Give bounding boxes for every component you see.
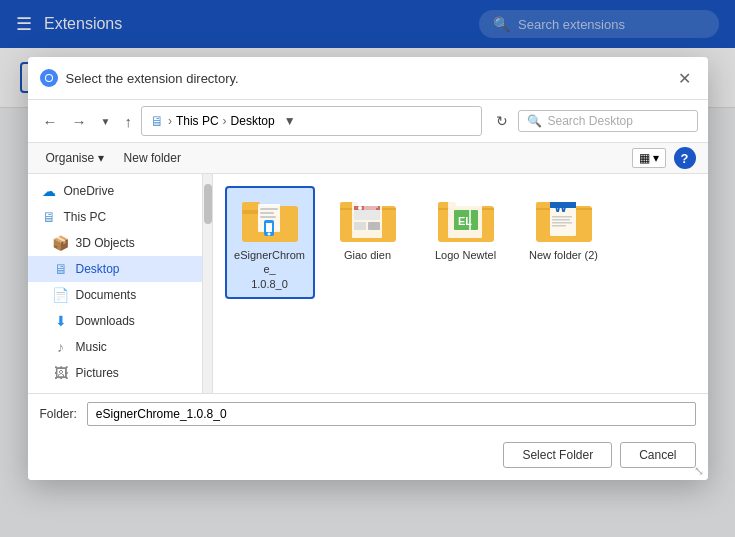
sidebar-label-3dobjects: 3D Objects [76,236,135,250]
svg-point-12 [267,233,270,236]
grid-view-icon: ▦ [639,151,650,165]
svg-rect-40 [552,225,566,227]
file-label-esigner: eSignerChrome_1.0.8_0 [233,248,307,291]
file-label-giao: Giao dien [344,248,391,262]
file-area: eSignerChrome_1.0.8_0 [213,174,708,393]
dialog-buttons: Select Folder Cancel [28,434,708,480]
breadcrumb: 🖥 › This PC › Desktop ▼ [141,106,482,136]
sidebar-item-music[interactable]: ♪ Music [28,334,202,360]
file-dialog: Select the extension directory. ✕ ← → ▼ … [28,57,708,480]
organise-button[interactable]: Organise ▾ [40,148,110,168]
cancel-button[interactable]: Cancel [620,442,695,468]
search-desktop-input[interactable] [548,114,689,128]
sidebar-label-desktop: Desktop [76,262,120,276]
svg-rect-9 [260,216,276,218]
thispc-icon: 🖥 [150,113,164,129]
sidebar-item-downloads[interactable]: ⬇ Downloads [28,308,202,334]
back-button[interactable]: ← [38,110,63,133]
organise-dropdown-icon: ▾ [98,151,104,165]
folder-icon-esigner [240,194,300,244]
search-icon: 🔍 [527,114,542,128]
dialog-overlay: Select the extension directory. ✕ ← → ▼ … [0,0,735,537]
navigation-bar: ← → ▼ ↑ 🖥 › This PC › Desktop ▼ ↻ 🔍 [28,100,708,143]
svg-rect-8 [260,212,274,214]
folder-icon-logo: EL [436,194,496,244]
dialog-title-bar: Select the extension directory. ✕ [28,57,708,100]
sidebar-scrollbar[interactable] [203,174,213,393]
recent-button[interactable]: ▼ [96,113,116,130]
view-toggle-button[interactable]: ▦ ▾ [632,148,666,168]
sidebar-item-desktop[interactable]: 🖥 Desktop [28,256,202,282]
dialog-close-button[interactable]: ✕ [674,67,696,89]
breadcrumb-thispc[interactable]: This PC [176,114,219,128]
thispc-icon: 🖥 [40,209,58,225]
sidebar-item-3dobjects[interactable]: 📦 3D Objects [28,230,202,256]
sidebar-item-thispc[interactable]: 🖥 This PC [28,204,202,230]
folder-label: Folder: [40,407,77,421]
select-folder-button[interactable]: Select Folder [503,442,612,468]
file-item-logo[interactable]: EL Logo Newtel [421,186,511,299]
svg-rect-18 [354,222,366,230]
sidebar-label-downloads: Downloads [76,314,135,328]
forward-button[interactable]: → [67,110,92,133]
pictures-icon: 🖼 [52,365,70,381]
up-button[interactable]: ↑ [119,110,137,133]
desktop-icon: 🖥 [52,261,70,277]
folder-input[interactable] [87,402,696,426]
svg-rect-37 [552,216,572,218]
sidebar-label-thispc: This PC [64,210,107,224]
breadcrumb-separator2: › [223,114,227,128]
folder-icon-giao [338,194,398,244]
breadcrumb-desktop[interactable]: Desktop [231,114,275,128]
music-icon: ♪ [52,339,70,355]
svg-rect-11 [266,223,272,232]
location-search: 🔍 [518,110,698,132]
chrome-logo-icon [40,69,58,87]
resize-handle[interactable]: ⤡ [694,464,704,478]
sidebar-item-documents[interactable]: 📄 Documents [28,282,202,308]
folder-row: Folder: [28,394,708,434]
organise-label: Organise [46,151,95,165]
file-item-newfolder[interactable]: W New folder (2) [519,186,609,299]
file-label-newfolder: New folder (2) [529,248,598,262]
svg-rect-39 [552,222,572,224]
file-toolbar: Organise ▾ New folder ▦ ▾ ? [28,143,708,174]
dialog-title: Select the extension directory. [66,71,666,86]
file-item-esigner[interactable]: eSignerChrome_1.0.8_0 [225,186,315,299]
refresh-button[interactable]: ↻ [490,110,514,132]
new-folder-button[interactable]: New folder [118,148,187,168]
sidebar-item-onedrive[interactable]: ☁ OneDrive [28,178,202,204]
svg-rect-19 [368,222,380,230]
breadcrumb-dropdown-button[interactable]: ▼ [279,110,301,132]
file-label-logo: Logo Newtel [435,248,496,262]
view-dropdown-icon: ▾ [653,151,659,165]
sidebar-label-onedrive: OneDrive [64,184,115,198]
sidebar: ☁ OneDrive 🖥 This PC 📦 3D Objects [28,174,203,393]
dialog-body: ☁ OneDrive 🖥 This PC 📦 3D Objects [28,174,708,394]
svg-rect-7 [260,208,278,210]
help-button[interactable]: ? [674,147,696,169]
3dobjects-icon: 📦 [52,235,70,251]
svg-text:W: W [554,199,568,215]
folder-icon-newfolder: W [534,194,594,244]
sidebar-label-documents: Documents [76,288,137,302]
onedrive-icon: ☁ [40,183,58,199]
sidebar-label-pictures: Pictures [76,366,119,380]
breadcrumb-separator1: › [168,114,172,128]
svg-rect-5 [242,202,260,210]
sidebar-item-pictures[interactable]: 🖼 Pictures [28,360,202,386]
sidebar-container: ☁ OneDrive 🖥 This PC 📦 3D Objects [28,174,213,393]
downloads-icon: ⬇ [52,313,70,329]
file-item-giao[interactable]: Giao dien [323,186,413,299]
documents-icon: 📄 [52,287,70,303]
sidebar-label-music: Music [76,340,107,354]
svg-rect-38 [552,219,570,221]
svg-point-21 [358,206,362,210]
svg-point-2 [46,75,52,81]
